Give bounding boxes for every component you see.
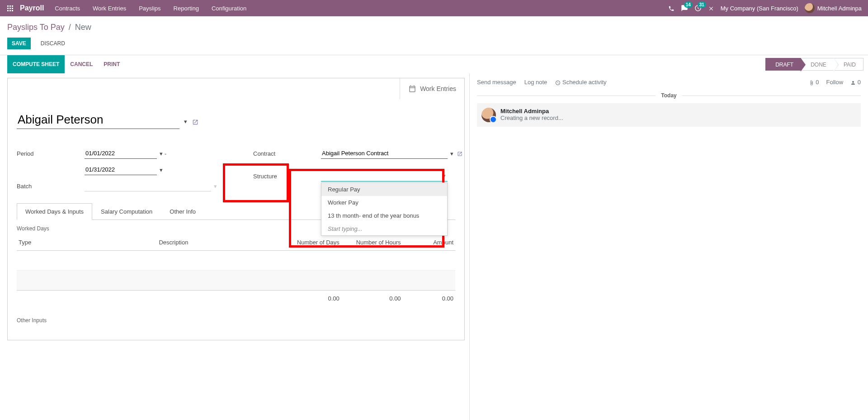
topbar: Payroll Contracts Work Entries Payslips … [0,0,868,16]
activities-badge: 31 [698,2,706,8]
chevron-down-icon[interactable]: ▾ [184,118,187,125]
other-inputs-title: Other Inputs [17,317,455,324]
phone-icon[interactable] [668,5,675,12]
batch-field[interactable] [85,181,211,191]
chatter-message: Mitchell Adminpa Creating a new record..… [477,103,861,127]
discard-button[interactable]: DISCARD [36,38,70,49]
svg-rect-3 [7,8,9,9]
period-label: Period [17,150,85,157]
employee-field[interactable] [17,111,179,129]
dropdown-item-worker-pay[interactable]: Worker Pay [321,196,447,209]
contract-label: Contract [253,150,321,157]
save-button[interactable]: SAVE [7,38,31,49]
status-draft[interactable]: DRAFT [765,58,801,71]
avatar [481,108,496,122]
svg-rect-0 [7,5,9,7]
menu-configuration[interactable]: Configuration [206,1,252,15]
batch-label: Batch [17,183,85,190]
form-scroll[interactable]: Work Entries ▾ Period ▾ - [0,73,469,420]
period-to[interactable] [85,164,157,175]
chevron-down-icon[interactable]: ▾ [214,183,217,190]
period-from[interactable] [85,148,157,159]
structure-label: Structure [253,173,321,180]
external-link-icon[interactable] [192,118,198,125]
chevron-down-icon[interactable]: ▾ [160,150,163,157]
contract-field[interactable] [321,148,448,159]
menu-work-entries[interactable]: Work Entries [87,1,132,15]
log-note-button[interactable]: Log note [524,79,547,86]
form-sheet: Work Entries ▾ Period ▾ - [7,78,465,340]
follow-button[interactable]: Follow [826,79,844,86]
tab-other-info[interactable]: Other Info [161,203,204,220]
company-switcher[interactable]: My Company (San Francisco) [721,5,798,12]
chevron-down-icon[interactable]: ▾ [450,150,453,157]
chatter: Send message Log note Schedule activity … [469,73,868,420]
col-num-days: Number of Days [280,234,341,251]
dropdown-item-13th-month[interactable]: 13 th month- end of the year bonus [321,209,447,222]
dropdown-item-regular-pay[interactable]: Regular Pay [321,183,447,196]
today-separator: Today [656,92,682,99]
total-amount: 0.00 [403,291,455,307]
print-button[interactable]: PRINT [98,55,125,73]
messages-icon[interactable]: 14 [681,5,688,12]
menu-payslips[interactable]: Payslips [133,1,166,15]
structure-field[interactable] [321,171,448,181]
worked-days-table: Type Description Number of Days Number o… [17,234,455,306]
calendar-icon [408,85,416,93]
svg-rect-6 [7,10,9,11]
svg-rect-8 [12,10,13,11]
col-amount: Amount [403,234,455,251]
followers-button[interactable]: 0 [850,79,861,86]
user-menu[interactable]: Mitchell Adminpa [805,3,862,13]
chevron-down-icon[interactable]: ▾ [160,167,163,173]
tab-salary-computation[interactable]: Salary Computation [92,203,161,220]
messages-badge: 14 [684,2,693,8]
dropdown-hint: Start typing... [321,222,447,235]
breadcrumb: Payslips To Pay / New [0,16,868,35]
schedule-activity-button[interactable]: Schedule activity [555,79,606,86]
apps-icon[interactable] [4,3,17,14]
app-brand[interactable]: Payroll [20,4,44,12]
attachments-button[interactable]: 0 [809,79,819,86]
debug-icon[interactable] [708,5,714,12]
chevron-down-icon[interactable]: ▾ [443,172,446,179]
work-entries-button[interactable]: Work Entries [400,78,464,99]
avatar [805,3,815,13]
form-toolbar: COMPUTE SHEET CANCEL PRINT DRAFT DONE PA… [0,55,868,73]
external-link-icon[interactable] [457,150,462,157]
menu-contracts[interactable]: Contracts [49,1,85,15]
svg-rect-5 [12,8,13,9]
structure-dropdown: Regular Pay Worker Pay 13 th month- end … [321,182,448,236]
cancel-button[interactable]: CANCEL [65,55,98,73]
work-entries-label: Work Entries [420,85,456,92]
svg-rect-1 [9,5,11,7]
user-name-label: Mitchell Adminpa [817,5,862,12]
svg-rect-4 [9,8,11,9]
message-body: Creating a new record... [500,115,563,121]
message-author: Mitchell Adminpa [500,108,549,115]
main-menu: Contracts Work Entries Payslips Reportin… [49,1,252,15]
svg-rect-2 [12,5,13,7]
col-type: Type [17,234,157,251]
send-message-button[interactable]: Send message [477,79,516,86]
menu-reporting[interactable]: Reporting [168,1,204,15]
breadcrumb-root[interactable]: Payslips To Pay [7,23,65,32]
breadcrumb-current: New [75,23,91,32]
total-hours: 0.00 [341,291,403,307]
col-description: Description [157,234,280,251]
col-num-hours: Number of Hours [341,234,403,251]
status-bar: DRAFT DONE PAID [765,55,868,73]
compute-sheet-button[interactable]: COMPUTE SHEET [7,55,65,73]
activities-icon[interactable]: 31 [694,5,702,12]
svg-rect-7 [9,10,11,11]
tab-worked-days[interactable]: Worked Days & Inputs [17,203,92,220]
total-days: 0.00 [280,291,341,307]
form-actions: SAVE DISCARD [0,35,868,55]
